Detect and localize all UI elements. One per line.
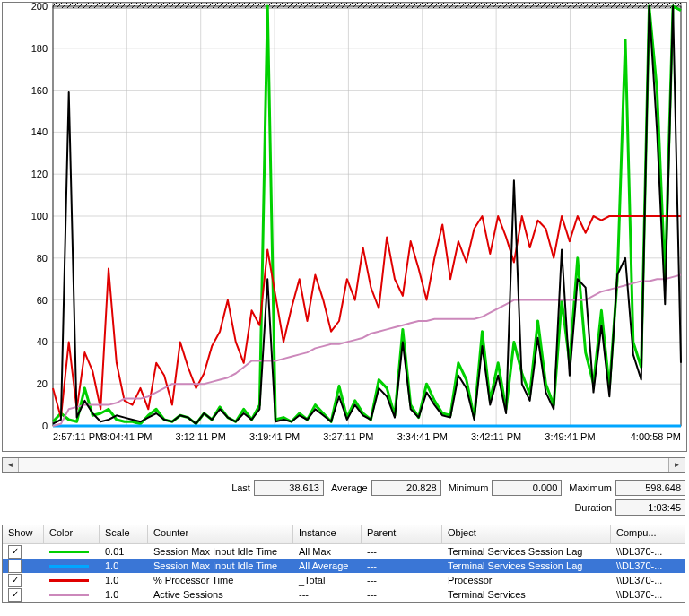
header-counter[interactable]: Counter [148,525,293,543]
cell-color [44,565,100,568]
svg-text:120: 120 [31,169,48,179]
svg-text:0: 0 [42,421,48,431]
cell-counter: Session Max Input Idle Time [148,546,293,557]
duration-label: Duration [574,502,612,513]
minimum-label: Minimum [449,482,489,493]
svg-text:140: 140 [31,126,48,137]
last-value: 38.613 [254,480,324,496]
color-swatch [49,579,89,582]
header-object[interactable]: Object [442,525,611,543]
svg-text:3:27:11 PM: 3:27:11 PM [323,431,373,442]
svg-text:3:34:41 PM: 3:34:41 PM [397,431,448,442]
duration-value: 1:03:45 [615,499,685,516]
cell-scale: 1.0 [100,589,148,600]
performance-chart: 0204060801001201401601802002:57:11 PM3:0… [3,3,685,449]
maximum-value: 598.648 [615,480,685,496]
show-checkbox[interactable]: ✓ [8,560,22,573]
svg-rect-1 [53,3,681,8]
show-checkbox[interactable]: ✓ [8,545,22,559]
svg-text:3:04:41 PM: 3:04:41 PM [101,431,152,442]
svg-text:3:49:41 PM: 3:49:41 PM [545,431,595,442]
cell-scale: 1.0 [100,560,148,571]
legend-row[interactable]: ✓1.0% Processor Time_Total---Processor\\… [3,573,685,587]
cell-instance: All Max [293,546,362,557]
svg-text:2:57:11 PM: 2:57:11 PM [53,431,103,442]
cell-object: Terminal Services Session Lag [442,560,611,571]
show-checkbox[interactable]: ✓ [8,588,22,602]
cell-color [44,594,100,596]
cell-instance: --- [293,589,362,600]
cell-show: ✓ [3,560,44,573]
cell-show: ✓ [3,574,44,587]
color-swatch [49,551,89,553]
cell-color [44,579,100,582]
cell-computer: \\DL370-... [611,560,685,571]
legend-row[interactable]: ✓1.0Session Max Input Idle TimeAll Avera… [3,559,685,573]
svg-text:3:42:11 PM: 3:42:11 PM [471,431,521,442]
header-scale[interactable]: Scale [100,525,148,543]
cell-computer: \\DL370-... [611,589,685,600]
svg-text:4:00:58 PM: 4:00:58 PM [631,431,681,442]
header-computer[interactable]: Compu... [611,525,685,543]
average-label: Average [331,482,368,493]
header-show[interactable]: Show [3,525,44,543]
header-parent[interactable]: Parent [362,525,442,543]
svg-text:3:19:41 PM: 3:19:41 PM [249,431,300,442]
cell-computer: \\DL370-... [611,575,685,586]
header-color[interactable]: Color [44,525,100,543]
cell-object: Terminal Services [442,589,611,600]
svg-text:80: 80 [37,253,48,264]
header-instance[interactable]: Instance [293,525,362,543]
cell-counter: % Processor Time [148,575,293,586]
scroll-right-button[interactable]: ► [668,458,685,472]
svg-text:180: 180 [31,43,48,54]
cell-counter: Session Max Input Idle Time [148,560,293,571]
stats-row: Last 38.613 Average 20.828 Minimum 0.000… [2,480,685,496]
svg-text:160: 160 [31,85,48,96]
time-scrollbar[interactable]: ◄ ► [2,457,685,473]
cell-counter: Active Sessions [148,589,293,600]
cell-parent: --- [362,575,442,586]
legend-row[interactable]: ✓1.0Active Sessions------Terminal Servic… [3,587,685,602]
legend-row[interactable]: ✓0.01Session Max Input Idle TimeAll Max-… [3,544,685,559]
show-checkbox[interactable]: ✓ [8,574,22,587]
cell-object: Processor [442,575,611,586]
cell-show: ✓ [3,545,44,559]
chart-area: 0204060801001201401601802002:57:11 PM3:0… [2,2,687,452]
cell-computer: \\DL370-... [611,546,685,557]
svg-text:40: 40 [37,336,48,347]
legend-body: ✓0.01Session Max Input Idle TimeAll Max-… [3,544,685,602]
cell-instance: All Average [293,560,362,571]
maximum-label: Maximum [569,482,612,493]
svg-text:100: 100 [31,211,48,221]
svg-text:200: 200 [31,3,48,12]
cell-color [44,551,100,553]
cell-parent: --- [362,589,442,600]
cell-parent: --- [362,546,442,557]
cell-parent: --- [362,560,442,571]
svg-text:20: 20 [37,378,48,389]
average-value: 20.828 [371,480,441,496]
cell-scale: 1.0 [100,575,148,586]
color-swatch [49,565,89,568]
last-label: Last [231,482,250,493]
scroll-left-button[interactable]: ◄ [3,458,19,472]
legend-header[interactable]: Show Color Scale Counter Instance Parent… [3,525,685,544]
counter-legend: Show Color Scale Counter Instance Parent… [2,525,685,603]
cell-scale: 0.01 [100,546,148,557]
cell-instance: _Total [293,575,362,586]
svg-text:60: 60 [37,295,48,306]
color-swatch [49,594,89,596]
cell-object: Terminal Services Session Lag [442,546,611,557]
svg-text:3:12:11 PM: 3:12:11 PM [176,431,226,442]
minimum-value: 0.000 [492,480,562,496]
cell-show: ✓ [3,588,44,602]
scroll-track[interactable] [19,458,668,472]
